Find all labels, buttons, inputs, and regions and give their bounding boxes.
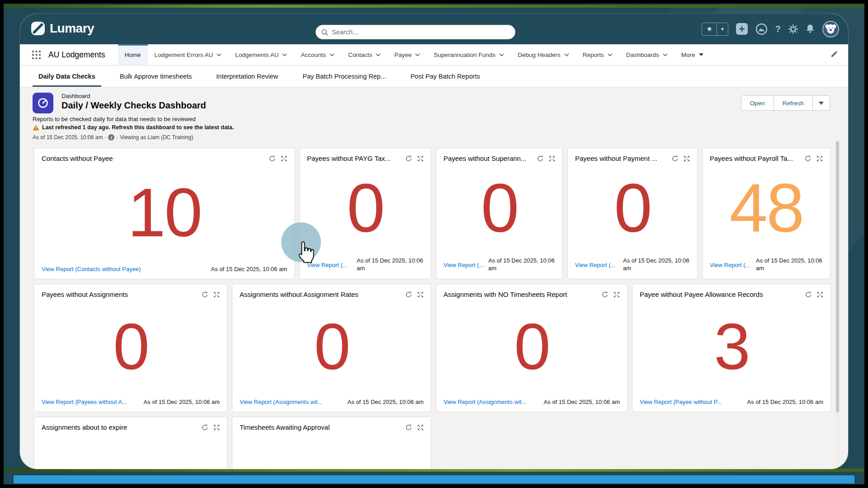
page-title: Daily / Weekly Checks Dashboard	[61, 100, 206, 111]
as-of-text: As of 15 Dec 2025, 10:06 am	[33, 134, 103, 141]
scrollbar-thumb[interactable]	[836, 141, 839, 413]
setup-gear-icon[interactable]	[788, 24, 798, 34]
nav-tab-lodgement-errors-au[interactable]: Lodgement Errors AU	[148, 44, 229, 65]
nav-tab-payee[interactable]: Payee	[387, 44, 427, 65]
caret-down-icon	[699, 53, 703, 56]
add-icon[interactable]	[736, 23, 748, 35]
nav-tab-label: Lodgement Errors AU	[155, 52, 213, 58]
app-window: Lumary ★ ▼	[20, 14, 848, 469]
favorites-star-icon[interactable]: ★	[702, 25, 716, 33]
nav-tab-reports[interactable]: Reports	[576, 44, 619, 65]
nav-tab-label: Reports	[583, 52, 604, 58]
open-button[interactable]: Open	[741, 95, 774, 111]
nav-tab-accounts[interactable]: Accounts	[294, 44, 341, 65]
refresh-icon[interactable]	[202, 424, 208, 431]
logo-text: Lumary	[50, 21, 94, 36]
app-name: AU Lodgements	[48, 44, 105, 65]
chevron-down-icon	[330, 53, 335, 56]
subtab-daily-data-checks[interactable]: Daily Data Checks	[26, 66, 108, 87]
scrollbar[interactable]	[835, 141, 840, 467]
nav-tab-lodgements-au[interactable]: Lodgements AU	[228, 44, 294, 65]
nav-tab-home[interactable]: Home	[118, 44, 148, 65]
caret-down-icon	[819, 102, 824, 105]
subtab-pay-batch-processing-rep[interactable]: Pay Batch Processing Rep...	[290, 66, 398, 87]
view-report-link[interactable]: View Report (Payee without P...	[640, 399, 722, 405]
view-report-link[interactable]: View Report (...	[307, 262, 347, 268]
nav-tab-dashboards[interactable]: Dashboards	[619, 44, 675, 65]
record-type-label: Dashboard	[61, 93, 90, 99]
help-icon[interactable]: ?	[775, 24, 781, 34]
dashboard-icon	[33, 93, 53, 113]
card-footer: View Report (...As of 15 Dec 2025, 10:06…	[710, 257, 823, 272]
nav-bar: AU Lodgements HomeLodgement Errors AULod…	[20, 44, 848, 66]
chevron-down-icon	[499, 53, 504, 56]
favorites-control[interactable]: ★ ▼	[702, 23, 728, 36]
view-report-link[interactable]: View Report (...	[575, 262, 615, 268]
info-icon[interactable]: i	[108, 134, 114, 141]
dashboard-description: Reports to be checked daily for data tha…	[33, 116, 196, 122]
metric-value: 0	[575, 159, 690, 257]
refresh-button[interactable]: Refresh	[774, 95, 813, 111]
bottom-blue-strip	[14, 475, 854, 483]
nav-tab-label: Contacts	[348, 52, 372, 58]
global-search[interactable]	[316, 25, 515, 39]
metric-card-assignments-without-assignment-rates: Assignments without Assignment Rates0Vie…	[232, 284, 431, 412]
warning-text: Last refreshed 1 day ago. Refresh this d…	[42, 124, 234, 131]
expand-icon[interactable]	[417, 424, 424, 431]
chevron-down-icon	[663, 53, 668, 56]
nav-tab-superannuation-funds[interactable]: Superannuation Funds	[427, 44, 511, 65]
card-as-of: As of 15 Dec 2025, 10:06 am	[211, 266, 287, 272]
search-input[interactable]	[332, 28, 509, 36]
view-report-link[interactable]: View Report (Assignments wit...	[443, 399, 526, 405]
view-report-link[interactable]: View Report (Assignments wit...	[240, 399, 322, 405]
metric-value: 0	[240, 295, 424, 399]
metric-card-payees-without-superann: Payees without Superann...0View Report (…	[436, 148, 563, 279]
metric-value: 0	[42, 295, 220, 399]
card-footer: View Report (...As of 15 Dec 2025, 10:06…	[443, 257, 555, 272]
expand-icon[interactable]	[213, 424, 220, 431]
nav-tab-contacts[interactable]: Contacts	[341, 44, 387, 65]
user-avatar[interactable]	[822, 21, 839, 38]
subtab-bulk-approve-timesheets[interactable]: Bulk Approve timesheets	[108, 66, 204, 87]
nav-tab-label: Superannuation Funds	[434, 52, 495, 58]
card-as-of: As of 15 Dec 2025, 10:06 am	[623, 257, 690, 272]
card-as-of: As of 15 Dec 2025, 10:06 am	[144, 399, 220, 405]
nav-tab-debug-headers[interactable]: Debug Headers	[511, 44, 576, 65]
app-launcher-icon[interactable]	[32, 44, 41, 65]
metric-card-payees-without-payment: Payees without Payment ...0View Report (…	[567, 148, 698, 279]
card-row: Payees without Assignments0View Report (…	[34, 284, 831, 412]
nav-tab-label: Lodgements AU	[235, 52, 278, 58]
lumary-logo-icon	[31, 21, 45, 36]
favorites-caret-icon[interactable]: ▼	[717, 27, 728, 32]
nav-tab-label: More	[681, 52, 695, 58]
edit-pencil-icon[interactable]	[830, 51, 837, 60]
nav-tab-label: Debug Headers	[518, 52, 561, 58]
refresh-warning: Last refreshed 1 day ago. Refresh this d…	[33, 124, 234, 131]
card-title: Timesheets Awaiting Approval	[240, 423, 403, 431]
desktop-background: Lumary ★ ▼	[4, 4, 864, 484]
trailhead-icon[interactable]	[755, 23, 768, 35]
metric-card-payees-without-payroll-ta: Payees without Payroll Ta...48View Repor…	[702, 148, 830, 279]
card-footer: View Report (...As of 15 Dec 2025, 10:06…	[575, 257, 690, 272]
dashboard-header: Dashboard Daily / Weekly Checks Dashboar…	[20, 87, 848, 141]
card-footer: View Report (Assignments wit...As of 15 …	[443, 399, 620, 405]
notification-bell-icon[interactable]	[806, 24, 815, 34]
view-report-link[interactable]: View Report (Payees without A...	[42, 399, 127, 405]
refresh-dropdown-button[interactable]	[812, 95, 830, 111]
view-report-link[interactable]: View Report (Contacts without Payee)	[42, 266, 141, 272]
metric-value: 0	[443, 159, 555, 257]
subtab-post-pay-batch-reports[interactable]: Post Pay Batch Reports	[398, 66, 492, 87]
card-as-of: As of 15 Dec 2025, 10:06 am	[488, 257, 555, 272]
refresh-icon[interactable]	[406, 424, 412, 431]
card-footer: View Report (Payees without A...As of 15…	[42, 399, 220, 405]
nav-tab-more[interactable]: More	[675, 44, 710, 65]
card-footer: View Report (Contacts without Payee)As o…	[42, 266, 287, 272]
metric-card-contacts-without-payee: Contacts without Payee10View Report (Con…	[34, 148, 295, 279]
view-report-link[interactable]: View Report (...	[710, 262, 750, 268]
metric-card-timesheets-awaiting-approval: Timesheets Awaiting Approval	[232, 417, 431, 469]
view-report-link[interactable]: View Report (...	[443, 262, 484, 268]
nav-tabs: HomeLodgement Errors AULodgements AUAcco…	[118, 44, 710, 65]
subtab-interpretation-review[interactable]: Interpretation Review	[204, 66, 290, 87]
card-row: Assignments about to expireTimesheets Aw…	[34, 417, 831, 469]
chevron-down-icon	[217, 53, 222, 56]
